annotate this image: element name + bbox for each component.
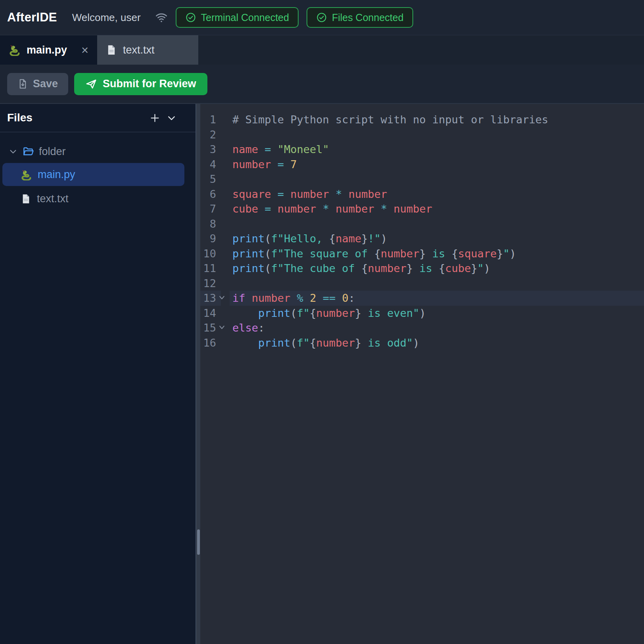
code-lines: 1# Simple Python script with no input or… xyxy=(200,112,644,350)
files-status-badge[interactable]: Files Connected xyxy=(307,7,413,28)
submit-for-review-button[interactable]: Submit for Review xyxy=(74,73,207,95)
editor-toolbar: Save Submit for Review xyxy=(0,65,644,103)
tree-item-label: folder xyxy=(39,146,66,158)
check-circle-icon xyxy=(185,12,196,23)
code-line xyxy=(230,127,644,142)
tab-main-py[interactable]: main.py × xyxy=(0,35,97,65)
file-tree: folder main.py xyxy=(0,132,196,210)
code-line xyxy=(230,276,644,291)
tree-item-folder[interactable]: folder xyxy=(0,140,196,163)
files-status-label: Files Connected xyxy=(332,12,404,23)
code-line: else: xyxy=(230,320,644,335)
line-number: 14 xyxy=(200,306,230,321)
chevron-down-icon[interactable] xyxy=(167,113,176,123)
code-line-row: 1# Simple Python script with no input or… xyxy=(200,112,644,127)
files-title: Files xyxy=(7,111,33,124)
file-icon xyxy=(21,194,31,204)
line-number: 9 xyxy=(200,231,230,246)
code-line: print(f"The square of {number} is {squar… xyxy=(230,246,644,261)
files-sidebar: Files xyxy=(0,104,196,644)
code-line-row: 15else: xyxy=(200,320,644,335)
line-number: 1 xyxy=(200,112,230,127)
chevron-down-icon[interactable] xyxy=(9,147,17,156)
terminal-status-badge[interactable]: Terminal Connected xyxy=(176,7,299,28)
save-file-icon xyxy=(17,79,28,89)
close-icon[interactable]: × xyxy=(81,44,88,56)
code-line xyxy=(230,217,644,232)
code-line-row: 3name = "Moneel" xyxy=(200,142,644,157)
python-icon xyxy=(9,44,21,56)
fold-chevron-icon[interactable] xyxy=(218,294,225,301)
submit-label: Submit for Review xyxy=(103,78,196,90)
code-line: cube = number * number * number xyxy=(230,201,644,217)
fold-chevron-icon[interactable] xyxy=(218,324,225,331)
add-file-icon[interactable] xyxy=(150,113,160,123)
code-line: print(f"The cube of {number} is {cube}") xyxy=(230,261,644,276)
tree-item-label: main.py xyxy=(38,169,75,181)
app-logo: AfterIDE xyxy=(7,10,57,25)
code-line-row: 12 xyxy=(200,276,644,291)
file-icon xyxy=(106,44,117,56)
code-line-row: 11print(f"The cube of {number} is {cube}… xyxy=(200,261,644,276)
welcome-text: Welcome, user xyxy=(72,12,141,24)
code-line: if number % 2 == 0: xyxy=(230,291,644,306)
code-line: number = 7 xyxy=(230,157,644,172)
code-line-row: 9print(f"Hello, {name}!") xyxy=(200,231,644,246)
line-number: 15 xyxy=(200,320,230,335)
line-number: 7 xyxy=(200,201,230,217)
tab-label: text.txt xyxy=(123,44,155,56)
code-line-row: 5 xyxy=(200,172,644,187)
code-line-row: 16 print(f"{number} is odd") xyxy=(200,335,644,351)
sidebar-scrollbar-track xyxy=(196,104,200,644)
code-line xyxy=(230,172,644,187)
code-line-row: 7cube = number * number * number xyxy=(200,201,644,217)
main-split: Files xyxy=(0,103,644,644)
line-number: 12 xyxy=(200,276,230,291)
code-editor[interactable]: 1# Simple Python script with no input or… xyxy=(200,104,644,644)
line-number: 8 xyxy=(200,217,230,232)
line-number: 16 xyxy=(200,335,230,351)
line-number: 4 xyxy=(200,157,230,172)
line-number: 6 xyxy=(200,187,230,202)
top-bar: AfterIDE Welcome, user Terminal Connecte… xyxy=(0,0,644,35)
wifi-icon xyxy=(155,11,168,24)
code-line: # Simple Python script with no input or … xyxy=(230,112,644,127)
tab-label: main.py xyxy=(27,44,67,56)
check-circle-icon xyxy=(316,12,327,23)
line-number: 3 xyxy=(200,142,230,157)
code-line-row: 4number = 7 xyxy=(200,157,644,172)
code-line-row: 13if number % 2 == 0: xyxy=(200,291,644,306)
code-line: print(f"Hello, {name}!") xyxy=(230,231,644,246)
tree-item-text-txt[interactable]: text.txt xyxy=(0,188,196,210)
code-line-row: 8 xyxy=(200,217,644,232)
code-line-row: 6square = number * number xyxy=(200,187,644,202)
line-number: 10 xyxy=(200,246,230,261)
code-line: print(f"{number} is odd") xyxy=(230,335,644,351)
code-line: name = "Moneel" xyxy=(230,142,644,157)
folder-icon xyxy=(22,146,34,157)
code-line: square = number * number xyxy=(230,187,644,202)
line-number: 5 xyxy=(200,172,230,187)
line-number: 11 xyxy=(200,261,230,276)
files-header: Files xyxy=(0,104,196,132)
save-button[interactable]: Save xyxy=(7,73,68,95)
code-line-row: 10print(f"The square of {number} is {squ… xyxy=(200,246,644,261)
tab-bar: main.py × text.txt xyxy=(0,35,644,65)
tree-item-main-py[interactable]: main.py xyxy=(2,163,184,186)
send-icon xyxy=(85,78,97,90)
tab-text-txt[interactable]: text.txt xyxy=(97,35,198,65)
line-number: 2 xyxy=(200,127,230,142)
code-line: print(f"{number} is even") xyxy=(230,306,644,321)
line-number: 13 xyxy=(200,291,230,306)
terminal-status-label: Terminal Connected xyxy=(201,12,289,23)
save-label: Save xyxy=(33,78,58,90)
code-line-row: 14 print(f"{number} is even") xyxy=(200,306,644,321)
code-line-row: 2 xyxy=(200,127,644,142)
python-icon xyxy=(21,169,32,180)
tree-item-label: text.txt xyxy=(37,193,69,205)
scrollbar-thumb[interactable] xyxy=(197,529,200,555)
